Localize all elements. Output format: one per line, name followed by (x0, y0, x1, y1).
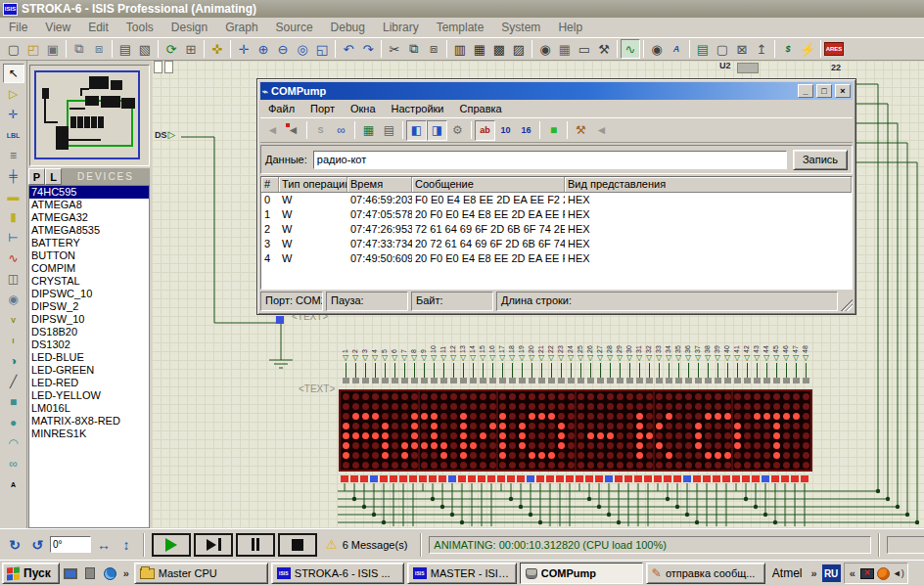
hex-view-button[interactable]: 16 (516, 120, 536, 141)
bill-of-materials-button[interactable]: $ (778, 39, 798, 59)
menu-source[interactable]: Source (267, 19, 322, 36)
close-button[interactable]: × (835, 84, 851, 98)
bus-terminal-18[interactable]: 18▽ (507, 338, 517, 383)
bus-terminal-34[interactable]: 34▽ (664, 338, 673, 383)
maximize-button[interactable]: □ (816, 84, 832, 98)
excel-export-icon[interactable]: ▦ (358, 120, 379, 141)
column-header-3[interactable]: Сообщение (412, 177, 565, 193)
bus-terminal-37[interactable]: 37▽ (693, 338, 703, 383)
bus-terminal-44[interactable]: 44▽ (762, 338, 771, 383)
task-button-MASTER - ISIS Pr...[interactable]: ISISMASTER - ISIS Pr... (407, 563, 517, 584)
2d-line-tool[interactable]: ╱ (3, 372, 24, 391)
menu-template[interactable]: Template (428, 19, 493, 36)
redraw-button[interactable]: ⟳ (162, 39, 181, 59)
menu-tools[interactable]: Tools (117, 19, 162, 36)
open-design-button[interactable]: ◰ (23, 39, 43, 59)
print-button[interactable]: ▤ (116, 39, 135, 59)
chevron-more-icon[interactable]: » (809, 567, 819, 579)
junction-dot-tool[interactable]: ✛ (3, 105, 24, 124)
virtual-instrument-tool[interactable]: ◑ (3, 351, 24, 371)
menu-design[interactable]: Design (162, 19, 216, 36)
flip-horizontal-button[interactable]: ↔ (94, 535, 114, 555)
tape-recorder-tool[interactable]: ◫ (3, 269, 24, 289)
bus-terminal-11[interactable]: 11▽ (439, 338, 448, 383)
pick-device-button[interactable]: ◉ (535, 39, 555, 59)
bus-terminal-1[interactable]: 1▽ (341, 338, 350, 383)
column-header-4[interactable]: Вид представления (565, 177, 852, 193)
bus-terminal-10[interactable]: 10▽ (429, 338, 439, 383)
wire-label-tool[interactable]: LBL (3, 125, 24, 145)
device-item-BUTTON[interactable]: BUTTON (29, 249, 149, 262)
bus-terminal-6[interactable]: 6▽ (390, 338, 399, 383)
block-move-button[interactable]: ▦ (470, 39, 489, 59)
bus-terminal-5[interactable]: 5▽ (380, 338, 390, 383)
log-icon[interactable]: ▤ (379, 120, 399, 141)
panel-bottom-icon[interactable]: ◨ (427, 120, 447, 141)
zoom-in-button[interactable]: ⊕ (254, 39, 273, 59)
subcircuit-tool[interactable]: ▬ (3, 187, 24, 206)
mark-output-area-button[interactable]: ▧ (135, 39, 155, 59)
bus-terminal-16[interactable]: 16▽ (487, 338, 497, 383)
rotation-angle-input[interactable] (50, 536, 91, 553)
column-header-2[interactable]: Время (347, 177, 412, 193)
device-item-CRYSTAL[interactable]: CRYSTAL (29, 275, 149, 288)
resize-grip[interactable] (841, 299, 853, 311)
2d-arc-tool[interactable]: ◠ (3, 433, 24, 453)
status-led-icon[interactable]: ■ (543, 120, 564, 141)
device-item-LM016L[interactable]: LM016L (29, 402, 149, 415)
undo-button[interactable]: ↶ (339, 39, 358, 59)
device-item-DS18B20[interactable]: DS18B20 (29, 326, 149, 338)
column-header-0[interactable]: # (261, 177, 279, 193)
bus-terminal-33[interactable]: 33▽ (654, 338, 664, 383)
table-row[interactable]: 0W07:46:59:203F0 E0 E4 E8 EE 2D EA EE F2… (261, 193, 852, 207)
goto-sheet-button[interactable]: ↥ (752, 39, 771, 59)
bus-terminal-7[interactable]: 7▽ (399, 338, 409, 383)
bus-terminal-24[interactable]: 24▽ (566, 338, 576, 383)
selection-pointer-tool[interactable]: ↖ (3, 64, 24, 83)
write-button[interactable]: Запись (793, 150, 848, 170)
table-row[interactable]: 2W07:47:26:95372 61 64 69 6F 2D 6B 6F 74… (261, 222, 852, 237)
device-item-DIPSW_2[interactable]: DIPSW_2 (29, 300, 149, 313)
voltage-probe-tool[interactable]: V (3, 310, 24, 330)
menu-library[interactable]: Library (374, 19, 428, 36)
language-indicator[interactable]: RU (822, 564, 841, 582)
table-row[interactable]: 1W07:47:05:57820 F0 E0 E4 E8 EE 2D EA EE… (261, 207, 852, 222)
compump-menu-item-3[interactable]: Настройки (384, 101, 452, 116)
rotate-ccw-button[interactable]: ↺ (27, 535, 47, 555)
device-item-ATMEGA32[interactable]: ATMEGA32 (29, 211, 149, 224)
bus-terminal-19[interactable]: 19▽ (517, 338, 527, 383)
dec-view-button[interactable]: 10 (495, 120, 516, 141)
menu-help[interactable]: Help (549, 19, 591, 36)
bus-terminal-3[interactable]: 3▽ (360, 338, 370, 383)
bus-terminal-30[interactable]: 30▽ (624, 338, 634, 383)
bus-terminal-25[interactable]: 25▽ (576, 338, 585, 383)
led-matrix-display[interactable] (339, 389, 812, 472)
bus-terminal-48[interactable]: 48▽ (801, 338, 810, 383)
message-log-table[interactable]: #Тип операцииВремяСообщениеВид представл… (260, 176, 853, 290)
menu-graph[interactable]: Graph (216, 19, 266, 36)
bus-terminal-26[interactable]: 26▽ (585, 338, 595, 383)
bus-terminal-32[interactable]: 32▽ (644, 338, 654, 383)
bus-terminal-42[interactable]: 42▽ (742, 338, 752, 383)
device-item-LED-BLUE[interactable]: LED-BLUE (29, 351, 149, 364)
2d-circle-tool[interactable]: ● (3, 413, 24, 432)
tools-icon[interactable]: ⚒ (571, 120, 591, 141)
bus-terminal-2[interactable]: 2▽ (350, 338, 360, 383)
device-item-DIPSWC_10[interactable]: DIPSWC_10 (29, 288, 149, 300)
toggle-grid-button[interactable]: ⊞ (181, 39, 201, 59)
redo-button[interactable]: ↷ (358, 39, 378, 59)
pan-button[interactable]: ✛ (234, 39, 254, 59)
device-item-MATRIX-8X8-RED[interactable]: MATRIX-8X8-RED (29, 415, 149, 428)
step-button[interactable] (194, 533, 233, 557)
bus-terminal-9[interactable]: 9▽ (419, 338, 429, 383)
wire-autorouter-button[interactable]: ∿ (621, 39, 640, 59)
2d-box-tool[interactable]: ■ (3, 392, 24, 412)
bus-terminal-22[interactable]: 22▽ (546, 338, 556, 383)
port-config-icon[interactable]: ◄ (591, 120, 612, 141)
save-design-button[interactable]: ▣ (43, 39, 63, 59)
netlist-to-ares-button[interactable]: ARES (824, 39, 844, 59)
zoom-area-button[interactable]: ◱ (312, 39, 332, 59)
device-item-LED-GREEN[interactable]: LED-GREEN (29, 364, 149, 377)
bus-terminal-14[interactable]: 14▽ (468, 338, 478, 383)
browser-icon[interactable] (102, 565, 118, 582)
